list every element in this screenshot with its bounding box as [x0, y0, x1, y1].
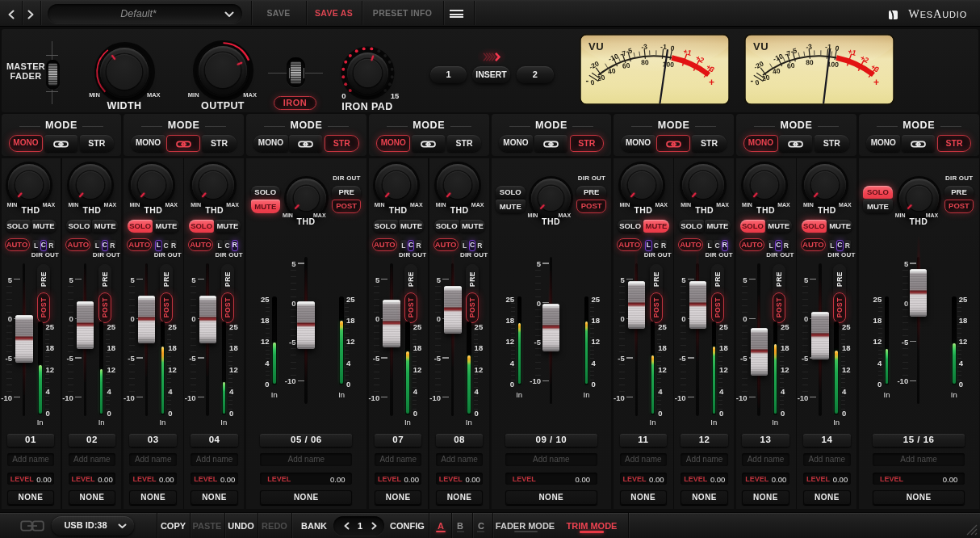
- svg-text:+: +: [709, 77, 714, 88]
- svg-text:-: -: [586, 75, 589, 85]
- svg-text:-: -: [751, 75, 754, 85]
- svg-text:40: 40: [772, 66, 781, 75]
- svg-text:-3: -3: [641, 42, 648, 51]
- svg-text:-3: -3: [806, 42, 813, 51]
- svg-text:80: 80: [641, 58, 649, 66]
- svg-text:VU: VU: [753, 40, 769, 53]
- svg-text:VU: VU: [588, 40, 604, 53]
- svg-text:+: +: [873, 77, 879, 88]
- svg-text:60: 60: [622, 61, 630, 70]
- svg-text:40: 40: [607, 66, 616, 75]
- svg-text:-1: -1: [660, 43, 667, 51]
- svg-text:80: 80: [806, 58, 814, 66]
- svg-text:60: 60: [786, 61, 795, 70]
